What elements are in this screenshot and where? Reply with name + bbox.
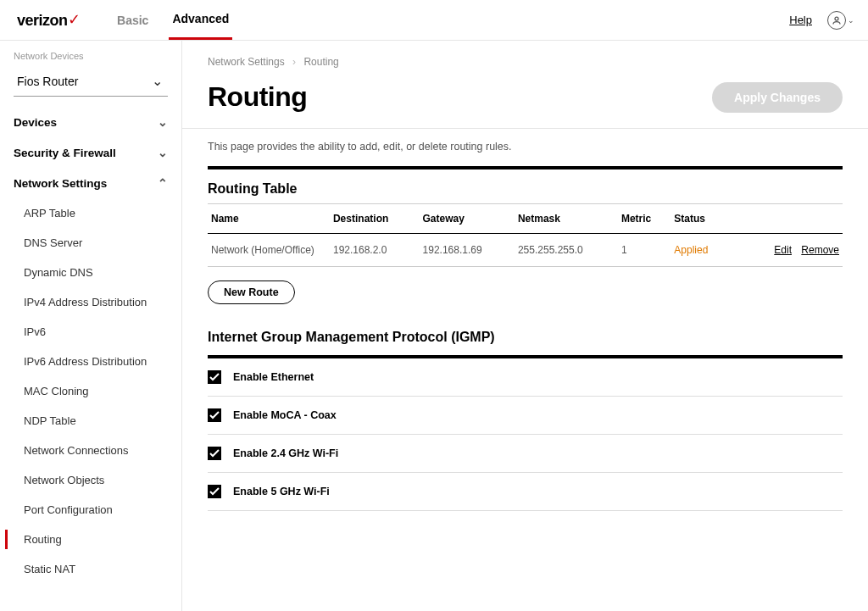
breadcrumb-current: Routing [303, 56, 338, 68]
header-right: Help ⌄ [789, 11, 854, 30]
nav-section-security[interactable]: Security & Firewall ⌄ [0, 137, 181, 168]
help-link[interactable]: Help [789, 14, 812, 26]
new-route-button[interactable]: New Route [208, 281, 295, 304]
cell-name: Network (Home/Office) [208, 234, 330, 267]
col-metric: Metric [618, 204, 670, 234]
brand-logo: verizon ✓ [17, 11, 80, 30]
breadcrumb: Network Settings › Routing [182, 41, 868, 73]
nav-item-ipv4-dist[interactable]: IPv4 Address Distribution [0, 287, 181, 317]
device-select-label: Network Devices [0, 51, 181, 66]
section-divider [208, 166, 843, 169]
chevron-down-icon: ⌄ [152, 73, 163, 89]
nav-section-label: Security & Firewall [14, 147, 116, 159]
igmp-label: Enable 5 GHz Wi-Fi [233, 486, 330, 497]
page-header: Routing Apply Changes [182, 73, 868, 129]
chevron-down-icon: ⌄ [158, 146, 168, 159]
nav-section-label: Network Settings [14, 177, 107, 190]
nav-item-port-config[interactable]: Port Configuration [0, 495, 181, 525]
igmp-title: Internet Group Management Protocol (IGMP… [182, 325, 868, 355]
table-header-row: Name Destination Gateway Netmask Metric … [208, 204, 843, 234]
nav-item-routing[interactable]: Routing [0, 525, 181, 554]
cell-metric: 1 [618, 234, 670, 267]
tab-advanced[interactable]: Advanced [169, 0, 232, 40]
col-gateway: Gateway [420, 204, 515, 234]
igmp-row-5ghz: Enable 5 GHz Wi-Fi [208, 473, 843, 511]
cell-dest: 192.168.2.0 [330, 234, 420, 267]
apply-changes-button[interactable]: Apply Changes [712, 82, 843, 113]
sidebar: Network Devices Fios Router ⌄ Devices ⌄ … [0, 41, 182, 611]
device-select[interactable]: Fios Router ⌄ [14, 66, 168, 97]
content-area: Network Settings › Routing Routing Apply… [182, 41, 868, 611]
breadcrumb-separator: › [292, 56, 296, 68]
nav-item-dynamic-dns[interactable]: Dynamic DNS [0, 258, 181, 287]
nav-item-arp-table[interactable]: ARP Table [0, 198, 181, 228]
nav-item-network-connections[interactable]: Network Connections [0, 436, 181, 465]
routing-table: Name Destination Gateway Netmask Metric … [208, 203, 843, 267]
nav-item-ipv6[interactable]: IPv6 [0, 317, 181, 347]
igmp-label: Enable 2.4 GHz Wi-Fi [233, 447, 338, 459]
chevron-down-icon: ⌄ [158, 115, 168, 129]
table-row: Network (Home/Office) 192.168.2.0 192.16… [208, 234, 843, 267]
mode-tabs: Basic Advanced [114, 0, 232, 40]
user-icon [827, 11, 846, 30]
col-name: Name [208, 204, 330, 234]
status-badge: Applied [674, 244, 708, 256]
checkbox-moca[interactable] [208, 408, 221, 422]
edit-link[interactable]: Edit [774, 244, 792, 256]
routing-table-title: Routing Table [182, 181, 868, 203]
nav-item-static-nat[interactable]: Static NAT [0, 554, 181, 584]
cell-status: Applied [670, 234, 729, 267]
chevron-up-icon: ⌃ [158, 176, 168, 190]
cell-actions: Edit Remove [729, 234, 843, 267]
checkbox-5ghz[interactable] [208, 485, 221, 498]
page-title: Routing [208, 81, 307, 113]
breadcrumb-parent[interactable]: Network Settings [208, 56, 285, 68]
checkbox-24ghz[interactable] [208, 447, 221, 460]
nav-item-ndp-table[interactable]: NDP Table [0, 406, 181, 436]
col-netmask: Netmask [515, 204, 618, 234]
igmp-row-ethernet: Enable Ethernet [208, 355, 843, 397]
checkbox-ethernet[interactable] [208, 370, 221, 384]
svg-point-0 [835, 17, 838, 20]
igmp-row-24ghz: Enable 2.4 GHz Wi-Fi [208, 435, 843, 473]
brand-check-icon: ✓ [68, 10, 81, 29]
nav-item-dns-server[interactable]: DNS Server [0, 228, 181, 258]
cell-gateway: 192.168.1.69 [420, 234, 515, 267]
device-select-value: Fios Router [17, 75, 78, 88]
tab-basic[interactable]: Basic [114, 0, 152, 40]
nav-section-label: Devices [14, 116, 57, 129]
nav-section-devices[interactable]: Devices ⌄ [0, 107, 181, 137]
col-actions [729, 204, 843, 234]
user-menu[interactable]: ⌄ [827, 11, 854, 30]
chevron-down-icon: ⌄ [848, 16, 854, 25]
nav-item-ipv6-dist[interactable]: IPv6 Address Distribution [0, 347, 181, 376]
app-header: verizon ✓ Basic Advanced Help ⌄ [0, 0, 868, 41]
col-dest: Destination [330, 204, 420, 234]
main-layout: Network Devices Fios Router ⌄ Devices ⌄ … [0, 41, 868, 611]
brand-text: verizon [17, 12, 68, 30]
igmp-list: Enable Ethernet Enable MoCA - Coax Enabl… [208, 355, 843, 511]
remove-link[interactable]: Remove [801, 244, 839, 256]
col-status: Status [670, 204, 729, 234]
igmp-row-moca: Enable MoCA - Coax [208, 397, 843, 435]
nav-item-mac-cloning[interactable]: MAC Cloning [0, 376, 181, 406]
page-description: This page provides the ability to add, e… [182, 129, 868, 166]
nav-section-network[interactable]: Network Settings ⌃ [0, 168, 181, 198]
igmp-label: Enable Ethernet [233, 371, 314, 383]
nav-item-network-objects[interactable]: Network Objects [0, 465, 181, 495]
igmp-label: Enable MoCA - Coax [233, 409, 337, 421]
cell-netmask: 255.255.255.0 [515, 234, 618, 267]
